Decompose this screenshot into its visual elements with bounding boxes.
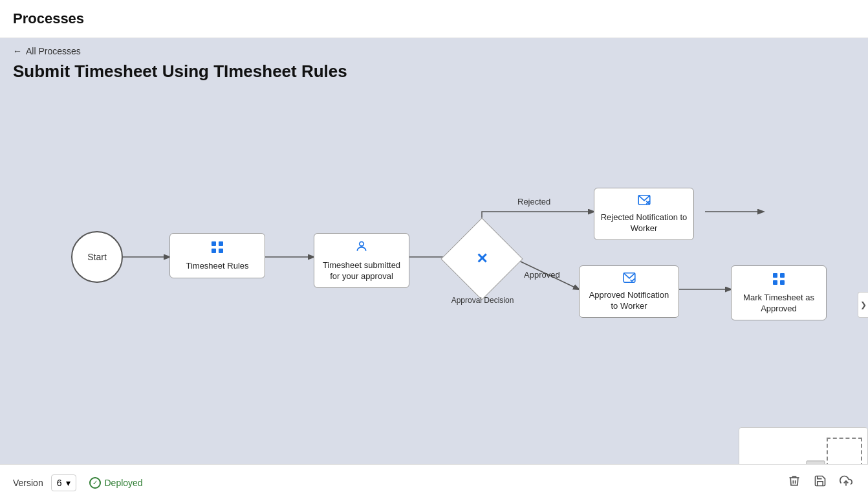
svg-rect-18 [780, 280, 785, 285]
submitted-label: Timesheet submitted for your approval [320, 260, 404, 282]
grid-icon-1 [211, 241, 224, 257]
back-link[interactable]: ← All Processes [0, 38, 868, 59]
page-header: Processes [0, 0, 868, 38]
diamond-shape: ✕ [440, 217, 523, 300]
svg-rect-15 [773, 273, 777, 278]
deployed-check-icon: ✓ [89, 477, 101, 489]
diagram-container: ← All Processes Submit Timesheet Using T… [0, 38, 868, 464]
deployed-badge: ✓ Deployed [89, 477, 143, 489]
submitted-node[interactable]: Timesheet submitted for your approval [314, 233, 409, 288]
svg-rect-17 [773, 280, 777, 285]
minimap-svg [742, 440, 865, 464]
footer-bar: Version 6 ▾ ✓ Deployed [0, 464, 868, 500]
svg-rect-8 [212, 249, 216, 253]
process-diagram-title: Submit Timesheet Using TImesheet Rules [0, 59, 868, 92]
x-icon: ✕ [476, 251, 488, 267]
svg-rect-23 [807, 461, 825, 464]
expand-handle[interactable]: ❯ [858, 292, 868, 318]
svg-rect-6 [212, 241, 216, 246]
mark-approved-node[interactable]: Mark Timesheet as Approved [731, 265, 827, 320]
svg-rect-9 [219, 249, 223, 253]
back-arrow-icon: ← [13, 46, 22, 56]
content-area: ← All Processes Submit Timesheet Using T… [0, 38, 868, 500]
footer-actions [785, 472, 855, 493]
decision-node: ✕ Approval Decision [453, 230, 512, 289]
chevron-down-icon: ▾ [66, 478, 71, 488]
mark-approved-label: Mark Timesheet as Approved [737, 293, 821, 315]
start-circle: Start [71, 231, 123, 283]
version-value: 6 [57, 478, 62, 488]
timesheet-rules-label: Timesheet Rules [186, 261, 248, 272]
email-icon-approved [623, 273, 636, 286]
save-button[interactable] [811, 472, 829, 493]
start-node: Start [71, 231, 123, 283]
start-label: Start [87, 252, 107, 262]
back-link-label: All Processes [26, 46, 81, 56]
rejected-notification-node[interactable]: Rejected Notification to Worker [594, 188, 694, 240]
deployed-label: Deployed [105, 478, 143, 488]
rejected-notification-label: Rejected Notification to Worker [600, 212, 688, 234]
upload-button[interactable] [837, 472, 855, 493]
version-select[interactable]: 6 ▾ [51, 474, 76, 491]
minimap-content [739, 428, 867, 464]
approved-notification-label: Approved Notification to Worker [585, 290, 673, 312]
version-label: Version [13, 478, 43, 488]
email-icon-rejected [638, 195, 651, 208]
page-title: Processes [13, 10, 84, 27]
expand-icon: ❯ [860, 300, 867, 309]
approved-arrow-label: Approved [524, 270, 560, 280]
flow-canvas: Start Timesheet Rules [0, 92, 868, 464]
delete-button[interactable] [785, 472, 803, 493]
svg-point-10 [360, 242, 364, 247]
grid-icon-2 [772, 273, 785, 289]
svg-rect-7 [219, 241, 223, 246]
person-icon [355, 240, 368, 256]
approved-notification-node[interactable]: Approved Notification to Worker [579, 265, 679, 318]
svg-rect-16 [780, 273, 785, 278]
minimap: + − [739, 427, 868, 464]
rejected-arrow-label: Rejected [517, 197, 550, 206]
timesheet-rules-node[interactable]: Timesheet Rules [169, 233, 265, 278]
decision-label: Approval Decision [444, 296, 521, 305]
